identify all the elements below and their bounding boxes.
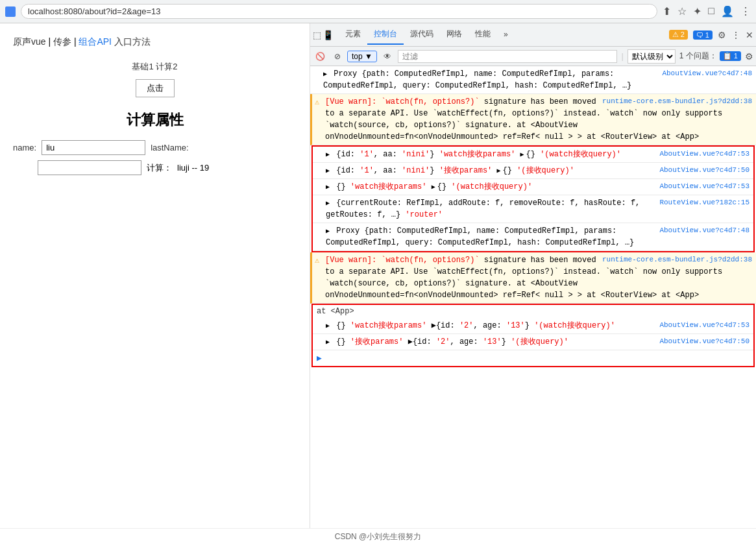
- arrow-proxy2[interactable]: ▶: [326, 228, 330, 235]
- share-icon[interactable]: ⬆: [663, 5, 671, 18]
- tab-network[interactable]: 网络: [440, 25, 469, 45]
- log-link-warn1[interactable]: runtime-core.esm-bundler.js?d2dd:38: [602, 96, 752, 107]
- bottom-arrow[interactable]: ▶: [313, 350, 753, 366]
- block-icon[interactable]: ⊘: [332, 51, 343, 62]
- log-entry-proxy1: AboutView.vue?c4d7:48 ▶ Proxy {path: Com…: [310, 66, 756, 94]
- devtools-inspect-icon[interactable]: ⬚: [313, 30, 321, 40]
- top-label: top: [352, 52, 363, 61]
- log-entry-warn1: ⚠ runtime-core.esm-bundler.js?d2dd:38 [V…: [310, 94, 756, 145]
- nav-links: 原声vue | 传参 | 组合API 入口方法: [13, 36, 297, 48]
- tab-elements[interactable]: 元素: [339, 25, 367, 45]
- log-entry-watch2-params: AboutView.vue?c4d7:53 ▶ {} 'watch接收param…: [313, 318, 753, 334]
- calc-label: 计算：: [147, 162, 172, 174]
- tab-sources[interactable]: 源代码: [404, 25, 440, 45]
- level-select[interactable]: 默认级别: [628, 49, 676, 64]
- nav-chuancan[interactable]: 传参: [53, 36, 71, 47]
- tab-icon[interactable]: □: [708, 5, 714, 18]
- arrow-proxy1[interactable]: ▶: [323, 71, 327, 78]
- log-text-w2p: {} 'watch接收params' ▶{id: '2', age: '13'}…: [336, 321, 615, 330]
- devtools-panel: ⬚ 📱 元素 控制台 源代码 网络 性能 » ⚠ 2 🗨: [310, 23, 756, 528]
- favicon-icon: [5, 6, 16, 17]
- warn-badge: ⚠ 2: [669, 30, 688, 40]
- footer-text: CSDN @小刘先生很努力: [335, 532, 422, 541]
- log-entry-recv2-params: AboutView.vue?c4d7:50 ▶ {} '接收params' ▶{…: [313, 334, 753, 350]
- calc-row: 计算： liuji -- 19: [13, 160, 297, 175]
- log-text-r2p: {} '接收params' ▶{id: '2', age: '13'} '(接收…: [336, 337, 568, 346]
- hit-button[interactable]: 点击: [136, 79, 175, 97]
- log-text-wp2: {} 'watch接收params' ▶{} '(watch接收query)': [336, 182, 532, 191]
- issue-info: 1 个问题： 📋 1: [679, 51, 741, 62]
- nav-rukoumethod[interactable]: 入口方法: [114, 36, 151, 47]
- menu-icon[interactable]: ⋮: [740, 5, 751, 18]
- tab-more[interactable]: »: [497, 26, 515, 44]
- profile-icon[interactable]: 👤: [721, 5, 734, 18]
- log-text-proxy2: Proxy {path: ComputedRefImpl, name: Comp…: [326, 226, 634, 247]
- log-entry-router: RouteView.vue?182c:15 ▶ {currentRoute: R…: [313, 195, 753, 223]
- arrow-w2p[interactable]: ▶: [326, 322, 330, 330]
- section-title: 计算属性: [13, 110, 297, 130]
- log-link-rp1[interactable]: AboutView.vue?c4d7:50: [659, 165, 750, 176]
- top-selector[interactable]: top ▼: [347, 51, 377, 62]
- log-text-rp1: {id: '1', aa: 'nini'} '接收params' ▶{} '(接…: [336, 166, 574, 175]
- main-layout: 原声vue | 传参 | 组合API 入口方法 基础1 计算2 点击 计算属性 …: [0, 23, 756, 528]
- log-text-wp1: {id: '1', aa: 'nini'} 'watch接收params' ▶{…: [336, 150, 621, 159]
- tab-console[interactable]: 控制台: [367, 25, 404, 45]
- issue-text: 1 个问题：: [679, 51, 717, 62]
- console-gear-icon[interactable]: ⚙: [745, 51, 753, 62]
- log-link-warn2[interactable]: runtime-core.esm-bundler.js?d2dd:38: [602, 254, 752, 265]
- log-entry-proxy2: AboutView.vue?c4d7:48 ▶ Proxy {path: Com…: [313, 223, 753, 251]
- log-link-router[interactable]: RouteView.vue?182c:15: [659, 197, 750, 208]
- filter-input[interactable]: [398, 50, 618, 63]
- footer-bar: CSDN @小刘先生很努力: [0, 528, 756, 545]
- log-link-proxy2[interactable]: AboutView.vue?c4d7:48: [659, 225, 750, 236]
- calc-value: liuji -- 19: [177, 163, 209, 173]
- log-entry-warn2: ⚠ runtime-core.esm-bundler.js?d2dd:38 [V…: [310, 252, 756, 304]
- arrow-rp1[interactable]: ▶: [326, 167, 330, 175]
- log-entry-watch-params2: AboutView.vue?c4d7:53 ▶ {} 'watch接收param…: [313, 179, 753, 195]
- browser-top-bar: localhost:8080/about?id=2&age=13 ⬆ ☆ ✦ □…: [0, 0, 756, 23]
- devtools-tab-icons: ⚠ 2 🗨 1 ⚙ ⋮ ✕: [669, 30, 753, 40]
- nav-yuansheng[interactable]: 原声vue: [13, 36, 46, 47]
- name-input[interactable]: liu: [42, 140, 145, 155]
- bookmark-icon[interactable]: ☆: [677, 5, 687, 18]
- warn-icon-1: ⚠: [315, 97, 319, 108]
- at-app-label: at <App>: [313, 305, 753, 318]
- nav-zuheapi[interactable]: 组合API: [79, 36, 112, 47]
- clear-console-icon[interactable]: 🚫: [313, 51, 328, 62]
- arrow-wp2[interactable]: ▶: [326, 184, 330, 191]
- nav-sep1: |: [48, 36, 53, 47]
- lastname-label: lastName:: [151, 143, 189, 152]
- devtools-tabs: ⬚ 📱 元素 控制台 源代码 网络 性能 » ⚠ 2 🗨: [310, 23, 756, 47]
- browser-action-icons: ⬆ ☆ ✦ □ 👤 ⋮: [663, 5, 751, 18]
- log-link-proxy1[interactable]: AboutView.vue?c4d7:48: [662, 68, 752, 79]
- close-icon[interactable]: ✕: [746, 30, 753, 40]
- arrow-r2p[interactable]: ▶: [326, 339, 330, 346]
- sub-title: 基础1 计算2: [13, 61, 297, 73]
- more-icon[interactable]: ⋮: [731, 30, 740, 40]
- settings-icon[interactable]: ⚙: [718, 30, 726, 40]
- log-link-r2p[interactable]: AboutView.vue?c4d7:50: [659, 336, 750, 347]
- lastname-input[interactable]: [38, 160, 141, 175]
- highlight-box-1: AboutView.vue?c4d7:53 ▶ {id: '1', aa: 'n…: [311, 145, 755, 252]
- log-text-router: {currentRoute: RefImpl, addRoute: f, rem…: [326, 199, 640, 219]
- arrow-router[interactable]: ▶: [326, 200, 330, 207]
- eye-icon[interactable]: 👁: [381, 51, 394, 62]
- arrow-wp1[interactable]: ▶: [326, 151, 330, 158]
- tab-performance[interactable]: 性能: [469, 25, 497, 45]
- name-row: name: liu lastName:: [13, 140, 297, 155]
- highlight-box-2: at <App> AboutView.vue?c4d7:53 ▶ {} 'wat…: [311, 304, 755, 367]
- url-bar[interactable]: localhost:8080/about?id=2&age=13: [21, 4, 657, 19]
- devtools-device-icon[interactable]: 📱: [323, 30, 334, 40]
- filter-sep: |: [621, 51, 623, 61]
- log-link-wp2[interactable]: AboutView.vue?c4d7:53: [659, 181, 750, 192]
- console-log-area: AboutView.vue?c4d7:48 ▶ Proxy {path: Com…: [310, 66, 756, 528]
- name-label: name:: [13, 143, 36, 152]
- log-entry-watch-params1: AboutView.vue?c4d7:53 ▶ {id: '1', aa: 'n…: [313, 147, 753, 163]
- left-panel: 原声vue | 传参 | 组合API 入口方法 基础1 计算2 点击 计算属性 …: [0, 23, 310, 528]
- devtools-toolbar: 🚫 ⊘ top ▼ 👁 | 默认级别 1 个问题： 📋 1 ⚙: [310, 47, 756, 66]
- log-link-w2p[interactable]: AboutView.vue?c4d7:53: [659, 320, 750, 331]
- log-entry-recv-params1: AboutView.vue?c4d7:50 ▶ {id: '1', aa: 'n…: [313, 163, 753, 179]
- log-text-proxy1: Proxy {path: ComputedRefImpl, name: Comp…: [323, 69, 631, 90]
- extension-icon[interactable]: ✦: [693, 5, 701, 18]
- log-link-wp1[interactable]: AboutView.vue?c4d7:53: [659, 149, 750, 160]
